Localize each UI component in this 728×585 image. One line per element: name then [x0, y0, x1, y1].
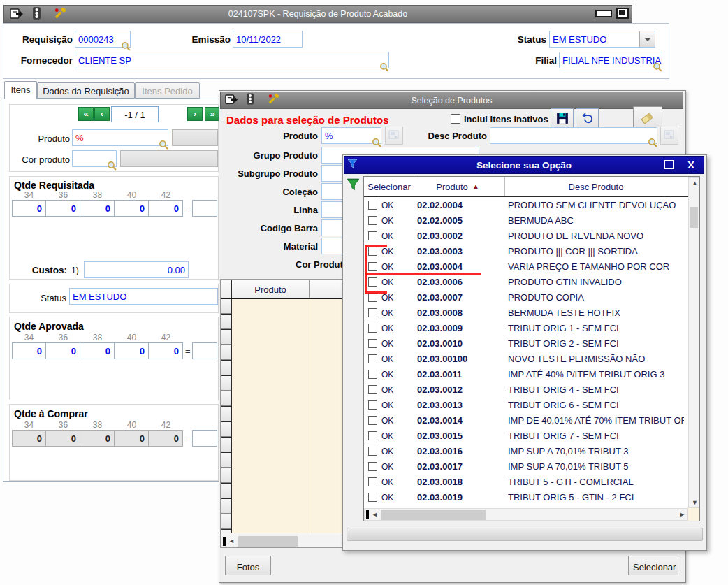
table-row[interactable]: OK 02.03.0009 TRIBUT ORIG 1 - SEM FCI: [364, 321, 688, 336]
table-row[interactable]: OK 02.03.00100 NOVO TESTE PERMISSÃO NÃO: [364, 352, 688, 367]
row-checkbox[interactable]: [368, 462, 377, 471]
row-checkbox[interactable]: [368, 216, 377, 225]
nav-last-button[interactable]: »: [205, 107, 220, 121]
tab-dados-da-requisicao[interactable]: Dados da Requisição: [37, 82, 135, 99]
table-row[interactable]: OK 02.03.0019 TRIBUT ORIG 5 - GTIN - 2 F…: [364, 490, 688, 505]
table-row[interactable]: OK 02.03.0002 PRODUTO DE REVENDA NOVO: [364, 229, 688, 244]
nav-next-button[interactable]: ›: [187, 107, 203, 121]
qty-cell[interactable]: 0: [46, 342, 80, 359]
row-checkbox[interactable]: [368, 324, 377, 333]
qty-cell[interactable]: 0: [46, 200, 80, 217]
form-exit-icon[interactable]: [225, 94, 239, 106]
qty-cell[interactable]: 0: [115, 200, 149, 217]
scroll-down-icon[interactable]: ▼: [692, 500, 698, 506]
row-checkbox[interactable]: [368, 431, 377, 440]
qty-cell[interactable]: 0: [149, 342, 183, 359]
minimize-button[interactable]: [595, 10, 612, 17]
col-header-desc-produto[interactable]: Desc Produto: [504, 182, 687, 192]
inativos-checkbox[interactable]: [451, 114, 460, 124]
table-row[interactable]: OK 02.03.0012 TRIBUT ORIG 4 - SEM FCI: [364, 382, 688, 398]
table-row[interactable]: OK 02.03.0006 PRODUTO GTIN INVALIDO: [364, 275, 688, 290]
table-row[interactable]: OK 02.03.0017 IMP SUP A 70,01% TRIBUT 5: [364, 459, 688, 475]
filial-field[interactable]: FILIAL NFE INDUSTRIAL: [559, 52, 662, 68]
filial-lookup-icon[interactable]: [653, 62, 662, 72]
scroll-up-icon[interactable]: ▲: [692, 180, 698, 187]
requisicao-lookup-icon[interactable]: [121, 41, 131, 51]
selecao-titlebar[interactable]: Seleção de Produtos: [220, 92, 683, 109]
nav-prev-button[interactable]: ‹: [94, 107, 110, 121]
table-row[interactable]: OK 02.03.0018 TRIBUT 5 - GTI - COMERCIAL: [364, 475, 688, 490]
tab-itens-pedido[interactable]: Itens Pedido: [135, 82, 200, 99]
qty-cell[interactable]: 0: [80, 200, 115, 217]
traffic-light-icon[interactable]: [246, 93, 260, 106]
qty-cell[interactable]: 0: [12, 342, 46, 359]
row-checkbox[interactable]: [368, 277, 377, 287]
row-checkbox[interactable]: [368, 385, 377, 394]
table-row[interactable]: OK 02.03.0016 IMP SUP A 70,01% TRIBUT 3: [364, 444, 688, 459]
table-row[interactable]: OK 02.02.0004 PRODUTO SEM CLIENTE DEVOLU…: [364, 198, 688, 213]
table-row[interactable]: OK 02.03.0003 PRODUTO ||| COR ||| SORTID…: [364, 244, 688, 259]
opcao-titlebar[interactable]: Selecione sua Opção: [344, 156, 704, 174]
table-row[interactable]: OK 02.03.0014 IMP DE 40,01% ATÉ 70% ITEM…: [364, 413, 688, 428]
row-checkbox[interactable]: [368, 370, 377, 379]
scroll-left-icon[interactable]: ◄: [372, 512, 378, 518]
wrench-icon[interactable]: [53, 7, 67, 20]
row-checkbox[interactable]: [368, 477, 377, 486]
traffic-light-icon[interactable]: [32, 7, 46, 20]
row-checkbox[interactable]: [368, 308, 377, 317]
selecao-produto-lookup-icon[interactable]: [372, 138, 381, 147]
col-header-selecionar[interactable]: Selecionar: [366, 182, 412, 192]
scroll-left-icon[interactable]: ◄: [228, 538, 235, 544]
custos-field[interactable]: 0.00: [84, 261, 189, 278]
main-window-titlebar[interactable]: 024107SPK - Requisição de Produto Acabad…: [3, 5, 632, 23]
wrench-icon[interactable]: [267, 93, 281, 106]
row-checkbox[interactable]: [368, 339, 377, 348]
maximize-button[interactable]: [616, 8, 629, 19]
clear-filters-button[interactable]: [633, 106, 662, 127]
table-row[interactable]: OK 02.03.0007 PRODUTO COPIA: [364, 290, 688, 305]
qty-cell[interactable]: 0: [149, 200, 183, 217]
status-combo-arrow[interactable]: [639, 31, 655, 47]
desc-produto-lookup-icon[interactable]: [648, 138, 657, 147]
opcao-vscrollbar[interactable]: ▲ ▼: [688, 177, 699, 508]
grid-hscroll-thumb[interactable]: [238, 536, 298, 547]
row-checkbox[interactable]: [368, 262, 377, 271]
emissao-field[interactable]: 10/11/2022: [233, 31, 303, 48]
selecionar-button[interactable]: Selecionar: [628, 556, 678, 575]
row-checkbox[interactable]: [368, 493, 377, 502]
produto-cardview-button[interactable]: [385, 127, 403, 145]
scroll-right-icon[interactable]: ►: [679, 512, 685, 518]
table-row[interactable]: OK 02.03.0010 TRIBUT ORIG 2 - SEM FCI: [364, 336, 688, 352]
dialog-maximize-button[interactable]: [664, 160, 674, 169]
qty-cell[interactable]: 0: [115, 342, 149, 359]
qty-cell[interactable]: 0: [12, 200, 46, 217]
opcao-hscrollbar[interactable]: ◄ ►: [364, 508, 688, 521]
fornecedor-lookup-icon[interactable]: [379, 62, 389, 72]
row-checkbox[interactable]: [368, 354, 377, 363]
produto-lookup-icon[interactable]: [159, 140, 168, 150]
table-row[interactable]: OK 02.03.0015 TRIBUT ORIG 7 - SEM FCI: [364, 428, 688, 444]
nav-first-button[interactable]: «: [78, 107, 94, 121]
table-row[interactable]: OK 02.03.0011 IMP ATÉ 40% P/ITEM TRIBUT …: [364, 367, 688, 382]
cor-produto-lookup-icon[interactable]: [107, 161, 117, 171]
qty-cell[interactable]: 0: [80, 342, 115, 359]
row-checkbox[interactable]: [368, 447, 377, 456]
opcao-hscroll-thumb[interactable]: [381, 510, 486, 520]
produto-field[interactable]: %: [72, 129, 168, 146]
table-row[interactable]: OK 02.02.0005 BERMUDA ABC: [364, 213, 688, 229]
row-checkbox[interactable]: [368, 400, 377, 410]
opcao-vscroll-thumb[interactable]: [690, 207, 698, 228]
row-checkbox[interactable]: [368, 201, 377, 210]
fornecedor-field[interactable]: CLIENTE SP: [75, 52, 389, 68]
table-row[interactable]: OK 02.03.0013 TRIBUT ORIG 6 - SEM FCI: [364, 398, 688, 413]
undo-button[interactable]: [576, 108, 599, 128]
dialog-close-button[interactable]: X: [687, 159, 694, 171]
desc-produto-field[interactable]: [490, 127, 657, 144]
status-field-itens[interactable]: EM ESTUDO: [69, 288, 218, 305]
grid-produto-header[interactable]: Produto: [232, 280, 310, 298]
record-counter[interactable]: -1 / 1: [111, 106, 159, 122]
desc-produto-cardview-button[interactable]: [660, 127, 678, 145]
table-row[interactable]: OK 02.03.0008 BERMUDA TESTE HOTFIX: [364, 305, 688, 321]
save-button[interactable]: [551, 108, 574, 128]
filter-funnel-icon[interactable]: [347, 178, 361, 191]
